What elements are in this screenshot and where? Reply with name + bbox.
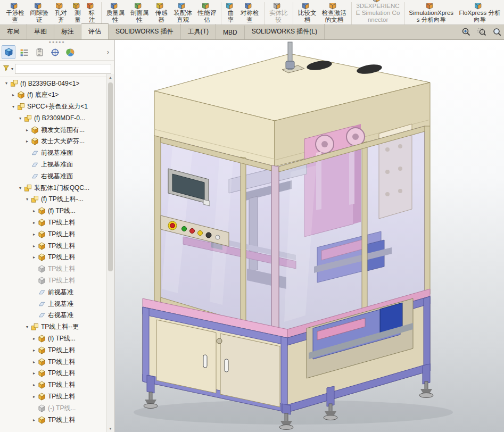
scroll-up-icon[interactable]: ▲ [107,74,114,81]
graphics-viewport[interactable] [115,40,504,432]
ribbon-button-symmetry-check[interactable]: 对称检查 [239,0,260,24]
magnify-icon[interactable] [491,26,503,38]
tree-item[interactable]: 前视基准 [0,286,107,298]
tree-item[interactable]: ▾(f) TP线上料-... [0,194,107,205]
ribbon-button-curvature[interactable]: 曲率 [225,0,236,24]
zoom-to-fit-icon[interactable] [460,26,472,38]
tree-item[interactable]: 右视基准面 [0,170,107,182]
tree-item[interactable]: (-) TP线... [0,402,107,414]
scroll-down-icon[interactable]: ▼ [107,425,114,432]
curvature-icon [226,3,236,10]
ribbon-button-label: 测量 [72,10,83,24]
ribbon-button-measure[interactable]: 测量 [72,0,83,24]
tree-item[interactable]: ▸TP线上料 [0,368,107,379]
tree-item[interactable]: ▾(f) B2309MDF-0... [0,112,107,124]
ribbon-button-hole-alignment[interactable]: 孔对齐 [53,0,69,24]
scrollbar-thumb[interactable] [108,82,113,271]
tree-expander-closed-icon[interactable]: ▸ [31,348,37,353]
appearance-tab-icon[interactable] [63,45,77,59]
zoom-to-area-icon[interactable] [476,26,488,38]
tab-markup[interactable]: 标注 [54,24,81,39]
tree-expander-closed-icon[interactable]: ▸ [31,360,37,364]
ribbon-button-floxpress-wizard[interactable]: FloXpress 分析向导 [457,0,502,24]
tree-item-label: (f) B2309MDF-0... [34,114,85,122]
ribbon-button-mass-properties[interactable]: 质量属性 [105,0,126,24]
tree-filter-input[interactable] [15,64,111,74]
tree-item[interactable]: ▸TP线上料 [0,356,107,368]
tree-item[interactable]: ▸TP线上料 [0,391,107,403]
ribbon-button-interference-check[interactable]: 干涉检查 [5,0,26,24]
tree-expander-open-icon[interactable]: ▾ [24,197,30,202]
tree-item-label: TP线上料 [48,264,75,273]
tree-item[interactable]: ▾(f) B2339GB-049<1> [0,78,107,89]
tree-item[interactable]: ▸(f) 底座<1> [0,89,107,101]
tree-expander-closed-icon[interactable]: ▸ [31,418,37,422]
tree-item[interactable]: ▾SPCC+茶色亚克力<1 [0,101,107,113]
tree-expander-closed-icon[interactable]: ▸ [24,128,30,132]
tab-solidworks-addins[interactable]: SOLIDWORKS 插件 [109,24,181,39]
tree-item[interactable]: ▸TP线上料 [0,228,107,240]
ribbon-button-simulationxpress-wizard[interactable]: SimulationXpress 分析向导 [409,0,454,24]
tree-expander-open-icon[interactable]: ▾ [17,116,23,121]
tree-expander-closed-icon[interactable]: ▸ [31,232,37,237]
property-tab-icon[interactable] [32,45,46,59]
ribbon-button-check-active-document[interactable]: 检查激活的文档 [321,0,348,24]
tree-expander-closed-icon[interactable]: ▸ [31,383,37,387]
tree-expander-closed-icon[interactable]: ▸ [24,139,30,144]
featuremanager-tree-icon[interactable] [2,45,15,59]
tree-expander-closed-icon[interactable]: ▸ [31,371,37,376]
configuration-tab-icon[interactable] [48,45,62,59]
tree-expander-closed-icon[interactable]: ▸ [31,244,37,248]
ribbon-button-label: 3DEXPERIENCE Simulation Connector [355,3,400,24]
tree-expander-closed-icon[interactable]: ▸ [31,336,37,341]
tree-item[interactable]: ▸TP线上料 [0,379,107,391]
tab-layout[interactable]: 布局 [0,24,27,39]
tree-item[interactable]: 右视基准 [0,310,107,321]
display-pane-list-icon[interactable] [17,45,31,59]
tree-item[interactable]: ▸TP线上料 [0,414,107,426]
ribbon-button-section-properties[interactable]: 剖面属性 [129,0,150,24]
tree-item[interactable]: ▾装配体1门板QQC... [0,182,107,194]
ribbon-button-sensors[interactable]: 传感器 [153,0,170,24]
tab-sketch[interactable]: 草图 [27,24,54,39]
tab-solidworks-addins-l[interactable]: SOLIDWORKS 插件(L) [245,24,325,39]
tree-expander-closed-icon[interactable]: ▸ [31,220,37,225]
tree-expander-open-icon[interactable]: ▾ [10,104,16,109]
ribbon-button-clearance-verify[interactable]: 间隙验证 [29,0,49,24]
tab-tools[interactable]: 工具(T) [181,24,216,39]
tree-item-label: 额发文范围有... [41,126,85,135]
tree-item[interactable]: ▸TP线上料 [0,344,107,356]
tree-item[interactable]: ▸(f) TP线... [0,205,107,217]
tree-item[interactable]: ▸发士大夫萨芬... [0,136,107,147]
tree-item[interactable]: ▸TP线上料 [0,240,107,252]
tree-item[interactable]: TP线上料 [0,275,107,287]
tree-item[interactable]: ▸(f) TP线... [0,333,107,345]
ribbon-button-compare-documents[interactable]: 比较文档 [297,0,318,24]
tree-item[interactable]: ▸TP线上料 [0,217,107,229]
tree-item[interactable]: ▾TP线上料--更 [0,321,107,333]
tab-mbd[interactable]: MBD [216,26,245,39]
tree-expander-closed-icon[interactable]: ▸ [31,394,37,399]
tree-expander-open-icon[interactable]: ▾ [17,186,23,190]
ribbon-button-assembly-visualization[interactable]: 装配体直观 [172,0,193,24]
tree-expander-closed-icon[interactable]: ▸ [31,209,37,213]
tree-item[interactable]: 上视基准 [0,298,107,310]
panel-expand-chevron-icon[interactable]: › [104,48,112,56]
tree-expander-closed-icon[interactable]: ▸ [10,93,16,97]
filter-chevron-down-icon[interactable]: ▾ [11,67,13,71]
tree-expander-closed-icon[interactable]: ▸ [31,255,37,260]
tree-expander-open-icon[interactable]: ▾ [24,325,30,329]
tree-item[interactable]: ▸TP线上料 [0,252,107,263]
panel-drag-handle[interactable]: ●●●●● [0,40,114,44]
ribbon-button-performance-evaluation[interactable]: 性能评估 [196,0,217,24]
filter-funnel-icon[interactable] [3,64,10,73]
tree-item[interactable]: TP线上料 [0,263,107,275]
tree-item[interactable]: 上视基准面 [0,159,107,171]
tree-item[interactable]: 前视基准面 [0,147,107,159]
tree-item[interactable]: ▸额发文范围有... [0,124,107,136]
ribbon-button-markup[interactable]: 标注 [86,0,97,24]
model-3d[interactable] [115,40,504,432]
tree-scrollbar[interactable]: ▲ ▼ [106,74,114,432]
tab-evaluate[interactable]: 评估 [81,23,109,39]
tree-expander-open-icon[interactable]: ▾ [3,81,10,86]
